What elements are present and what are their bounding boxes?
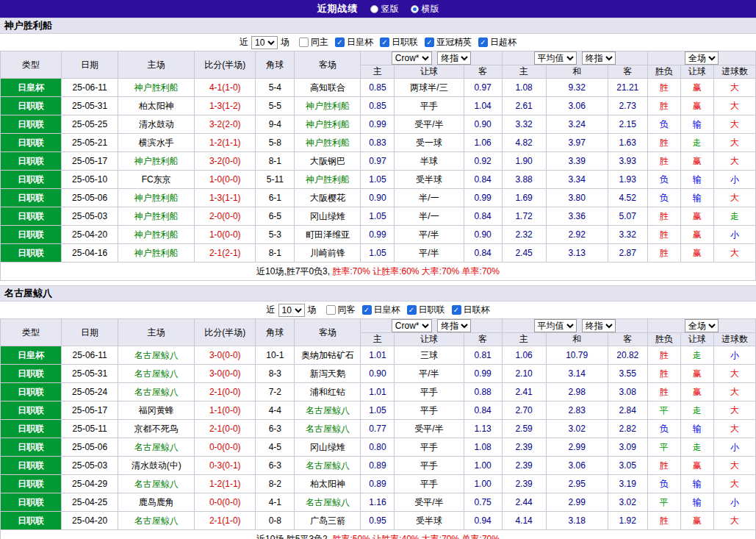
page-title: 近期战绩 (317, 2, 359, 15)
handicap-away-odds: 0.84 (464, 171, 502, 189)
avg-draw-odds: 2.92 (546, 226, 608, 244)
score: 2-1(0-0) (195, 383, 256, 401)
matches-table: 类型 日期 主场 比分(半场) 角球 客场 Crow* 终指 平均值 终指 全场 (0, 318, 756, 539)
handicap-line: 半球 (395, 152, 464, 171)
result-goals: 大 (713, 512, 755, 530)
corners: 5-11 (256, 171, 295, 189)
checkbox-checked-icon: ✓ (380, 38, 389, 47)
avg-home-odds: 2.39 (502, 438, 546, 457)
col-header-date: 日期 (62, 319, 118, 346)
handicap-away-odds: 1.04 (464, 97, 502, 115)
avg-draw-odds: 9.32 (546, 79, 608, 97)
filter-label: 同主 (311, 36, 328, 49)
average-select[interactable]: 平均值 (534, 51, 577, 65)
subcol-result-wdl: 胜负 (647, 333, 680, 346)
away-team: 町田泽维亚 (295, 226, 361, 244)
handicap-line: 受平/半 (395, 115, 464, 134)
average-select[interactable]: 平均值 (534, 319, 577, 332)
avg-draw-odds: 3.39 (546, 152, 608, 171)
result-scope-group: 全场 (647, 51, 755, 65)
recent-count-select[interactable]: 10 (251, 36, 278, 49)
checkbox-checked-icon: ✓ (335, 38, 345, 47)
away-team: 名古屋鲸八 (295, 420, 361, 438)
away-team: 广岛三箭 (295, 512, 361, 530)
avg-draw-odds: 2.95 (546, 475, 608, 493)
odds-stage-select[interactable]: 终指 (437, 319, 471, 332)
away-team: 名古屋鲸八 (295, 493, 361, 512)
handicap-away-odds: 1.00 (464, 457, 502, 475)
filter-checkbox-同主[interactable]: 同主 (299, 36, 328, 49)
col-header-corners: 角球 (256, 319, 295, 346)
home-team: 名古屋鲸八 (118, 512, 195, 530)
avg-draw-odds: 2.99 (546, 493, 608, 512)
subcol-handicap-away: 客 (464, 65, 502, 79)
handicap-home-odds: 0.97 (361, 152, 395, 171)
result-handicap: 输 (680, 475, 713, 493)
filter-checkbox-日超杯[interactable]: ✓日超杯 (478, 36, 516, 49)
avg-away-odds: 2.82 (608, 420, 647, 438)
team-name: 神户胜利船 (0, 18, 756, 34)
handicap-home-odds: 0.99 (361, 226, 395, 244)
summary-rates: 胜率:50% 让胜率:40% 大率:70% 单率:70% (332, 534, 499, 539)
avg-draw-odds: 3.80 (546, 189, 608, 207)
handicap-home-odds: 1.05 (361, 244, 395, 263)
filter-checkbox-亚冠精英[interactable]: ✓亚冠精英 (425, 36, 472, 49)
handicap-home-odds: 0.89 (361, 475, 395, 493)
result-win-draw-loss: 负 (647, 171, 680, 189)
summary-row: 近10场,胜7平0负3, 胜率:70% 让胜率:60% 大率:70% 单率:70… (1, 263, 756, 281)
handicap-line: 半/一 (395, 207, 464, 226)
bookmaker-odds-group: Crow* 终指 (361, 319, 502, 333)
avg-home-odds: 1.08 (502, 79, 546, 97)
layout-radio-horizontal[interactable]: 横版 (411, 3, 439, 15)
avg-stage-select[interactable]: 终指 (582, 319, 616, 332)
home-team: 福冈黄蜂 (118, 401, 195, 420)
handicap-line: 平手 (395, 457, 464, 475)
result-win-draw-loss: 胜 (647, 152, 680, 171)
filter-label: 日超杯 (490, 36, 516, 49)
handicap-away-odds: 0.97 (464, 79, 502, 97)
checkbox-checked-icon: ✓ (407, 305, 417, 315)
handicap-away-odds: 0.90 (464, 115, 502, 134)
match-date: 25-05-03 (62, 207, 118, 226)
filter-checkbox-日联杯[interactable]: ✓日联杯 (452, 304, 490, 316)
summary-rates: 胜率:70% 让胜率:60% 大率:70% 单率:70% (332, 266, 499, 276)
home-team: 名古屋鲸八 (118, 346, 195, 365)
avg-home-odds: 2.45 (502, 244, 546, 263)
avg-away-odds: 3.05 (608, 457, 647, 475)
checkbox-checked-icon: ✓ (478, 38, 488, 47)
home-team: FC东京 (118, 171, 195, 189)
col-header-type: 类型 (1, 51, 62, 79)
filter-checkbox-日职联[interactable]: ✓日职联 (380, 36, 418, 49)
bookmaker-select[interactable]: Crow* (392, 51, 432, 65)
scope-select[interactable]: 全场 (685, 51, 719, 65)
league-type: 日皇杯 (1, 346, 62, 365)
score: 1-2(1-1) (195, 134, 256, 152)
bookmaker-select[interactable]: Crow* (392, 319, 432, 332)
result-goals: 大 (713, 383, 755, 401)
result-goals: 大 (713, 401, 755, 420)
match-row: 日皇杯25-06-11名古屋鲸八3-0(0-0)10-1奥纳加钴矿石1.01三球… (1, 346, 756, 365)
away-team: 新泻天鹅 (295, 365, 361, 383)
avg-stage-select[interactable]: 终指 (582, 51, 616, 65)
avg-away-odds: 2.84 (608, 401, 647, 420)
handicap-home-odds: 0.80 (361, 438, 395, 457)
col-header-date: 日期 (62, 51, 118, 79)
filter-checkbox-同客[interactable]: 同客 (326, 304, 356, 316)
recent-suffix-label: 场 (308, 304, 317, 316)
avg-draw-odds: 3.34 (546, 171, 608, 189)
scope-select[interactable]: 全场 (685, 319, 719, 332)
recent-count-select[interactable]: 10 (278, 304, 305, 317)
filter-checkbox-日皇杯[interactable]: ✓日皇杯 (335, 36, 373, 49)
avg-home-odds: 2.70 (502, 401, 546, 420)
result-handicap: 走 (680, 438, 713, 457)
avg-draw-odds: 2.83 (546, 401, 608, 420)
handicap-home-odds: 0.89 (361, 457, 395, 475)
odds-stage-select[interactable]: 终指 (437, 51, 471, 65)
filter-checkbox-日职联[interactable]: ✓日职联 (407, 304, 445, 316)
handicap-away-odds: 1.00 (464, 475, 502, 493)
layout-radio-vertical[interactable]: 竖版 (370, 3, 399, 15)
filter-checkbox-日皇杯[interactable]: ✓日皇杯 (362, 304, 400, 316)
result-goals: 小 (713, 226, 755, 244)
recent-prefix-label: 近 (240, 36, 248, 49)
corners: 10-1 (256, 346, 295, 365)
